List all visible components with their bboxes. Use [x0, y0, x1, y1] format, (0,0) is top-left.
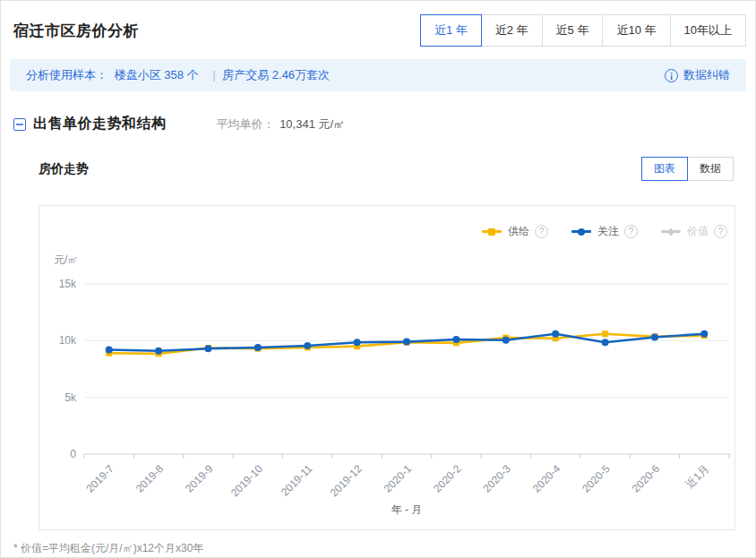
- help-circle-icon[interactable]: ?: [624, 225, 638, 238]
- price-trend-chart-card: 供给 ? 关注 ? 价值 ? 05k10k15k2019-72019-82019…: [39, 205, 735, 530]
- tab-1-year[interactable]: 近1 年: [420, 14, 482, 47]
- svg-text:2019-10: 2019-10: [228, 462, 265, 499]
- section-title: 出售单价走势和结构: [33, 115, 167, 133]
- help-circle-icon[interactable]: ?: [714, 225, 727, 238]
- tab-10-year[interactable]: 近10 年: [602, 14, 670, 47]
- toggle-data-view[interactable]: 数据: [687, 157, 734, 181]
- chart-legend: 供给 ? 关注 ? 价值 ?: [459, 224, 727, 239]
- svg-text:近1月: 近1月: [683, 462, 712, 491]
- page-header: 宿迁市区房价分析 近1 年 近2 年 近5 年 近10 年 10年以上: [1, 1, 755, 47]
- divider: |: [212, 68, 215, 82]
- average-price-value: 10,341 元/㎡: [279, 117, 345, 131]
- help-circle-icon[interactable]: ?: [535, 225, 548, 238]
- value-line-marker: [661, 230, 681, 233]
- attention-line-marker: [571, 230, 591, 233]
- sample-buildings: 楼盘小区 358 个: [115, 68, 199, 82]
- exclamation-circle-icon: !: [665, 69, 678, 82]
- svg-text:2020-4: 2020-4: [530, 462, 563, 495]
- legend-label-supply: 供给: [508, 224, 529, 239]
- svg-text:10k: 10k: [59, 334, 77, 347]
- supply-line-marker: [482, 230, 502, 233]
- svg-text:2019-11: 2019-11: [279, 462, 315, 499]
- svg-text:2019-12: 2019-12: [328, 462, 365, 499]
- svg-text:15k: 15k: [59, 278, 77, 290]
- legend-label-value: 价值: [687, 224, 709, 239]
- tab-5-year[interactable]: 近5 年: [542, 14, 604, 47]
- legend-item-value[interactable]: 价值 ?: [661, 224, 727, 239]
- collapse-minus-icon[interactable]: [13, 118, 26, 131]
- page-title: 宿迁市区房价分析: [13, 21, 139, 41]
- svg-text:2019-8: 2019-8: [133, 462, 167, 495]
- sample-label: 分析使用样本：: [26, 68, 107, 82]
- tab-2-year[interactable]: 近2 年: [481, 14, 543, 47]
- chart-title: 房价走势: [39, 161, 89, 177]
- svg-text:2019-9: 2019-9: [183, 462, 216, 495]
- sample-info-text: 分析使用样本： 楼盘小区 358 个 | 房产交易 2.46万套次: [26, 67, 333, 83]
- legend-label-attention: 关注: [597, 224, 619, 239]
- svg-text:2020-6: 2020-6: [630, 462, 663, 495]
- chart-view-toggle: 图表 数据: [642, 157, 734, 181]
- square-marker-icon: [488, 228, 495, 236]
- circle-marker-icon: [578, 228, 585, 236]
- svg-text:0: 0: [70, 448, 76, 460]
- chart-title-row: 房价走势 图表 数据: [39, 157, 734, 181]
- svg-text:2020-5: 2020-5: [580, 462, 613, 495]
- sample-deals: 房产交易 2.46万套次: [222, 68, 330, 82]
- time-range-tabs: 近1 年 近2 年 近5 年 近10 年 10年以上: [421, 14, 746, 47]
- value-definition-footnote: * 价值=平均租金(元/月/㎡)x12个月x30年: [13, 541, 755, 556]
- svg-text:2020-2: 2020-2: [431, 462, 464, 495]
- svg-text:元/㎡: 元/㎡: [54, 253, 78, 266]
- average-price-label: 平均单价：: [217, 117, 275, 131]
- svg-text:5k: 5k: [64, 391, 77, 404]
- legend-item-attention[interactable]: 关注 ?: [571, 224, 638, 239]
- legend-item-supply[interactable]: 供给 ?: [482, 224, 548, 239]
- svg-text:2020-1: 2020-1: [382, 462, 415, 495]
- section-header: 出售单价走势和结构 平均单价： 10,341 元/㎡: [1, 91, 755, 133]
- price-trend-chart: 05k10k15k2019-72019-82019-92019-102019-1…: [39, 206, 735, 529]
- toggle-chart-view[interactable]: 图表: [641, 157, 688, 181]
- svg-text:2020-3: 2020-3: [481, 462, 514, 495]
- diamond-marker-icon: [666, 227, 674, 236]
- average-price: 平均单价： 10,341 元/㎡: [217, 116, 346, 133]
- data-correction-label: 数据纠错: [683, 67, 730, 83]
- sample-info-bar: 分析使用样本： 楼盘小区 358 个 | 房产交易 2.46万套次 ! 数据纠错: [10, 59, 746, 91]
- page-root: 宿迁市区房价分析 近1 年 近2 年 近5 年 近10 年 10年以上 分析使用…: [0, 0, 756, 558]
- tab-over-10-year[interactable]: 10年以上: [670, 14, 746, 47]
- svg-text:2019-7: 2019-7: [83, 462, 116, 495]
- svg-text:年 - 月: 年 - 月: [391, 503, 423, 516]
- data-correction-link[interactable]: ! 数据纠错: [665, 67, 730, 83]
